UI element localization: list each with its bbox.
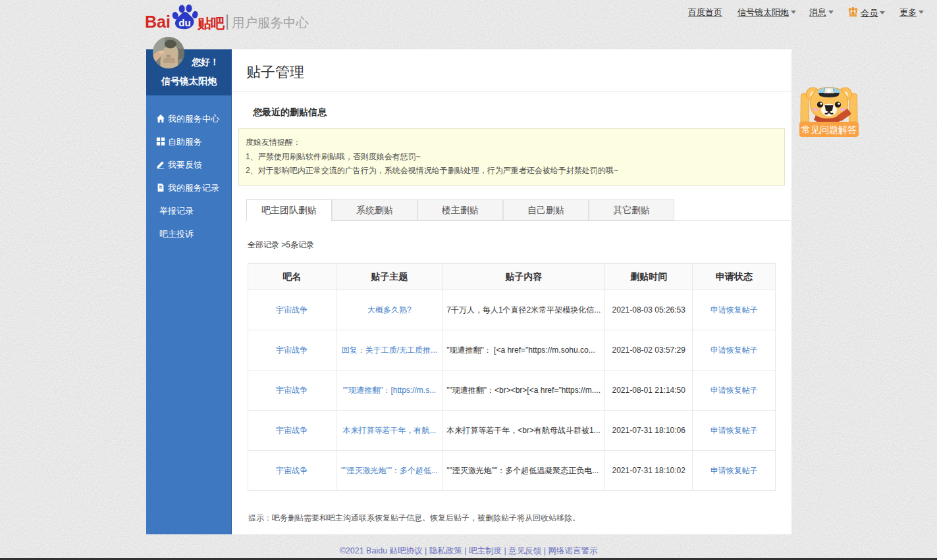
svg-text:常见问题解答: 常见问题解答 xyxy=(801,124,857,135)
